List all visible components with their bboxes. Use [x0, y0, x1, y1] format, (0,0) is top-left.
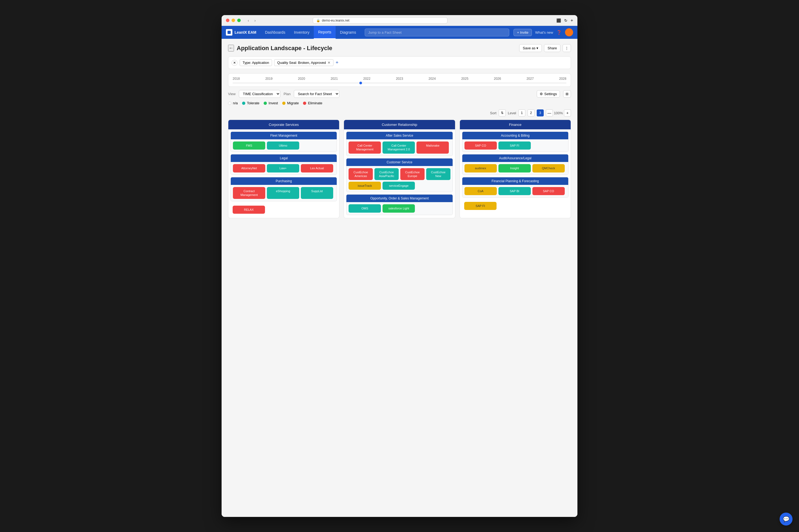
column-corporate-services: Corporate Services Fleet Management FMS … — [228, 120, 339, 218]
eliminate-label: Eliminate — [308, 101, 322, 105]
legend: n/a Tolerate Invest Migrate Eliminate — [228, 101, 571, 105]
chevron-down-icon: ▾ — [536, 46, 538, 50]
nav-inventory[interactable]: Inventory — [289, 26, 314, 39]
column-header-customer-relationship: Customer Relationship — [344, 120, 455, 129]
quality-seal-filter-tag[interactable]: Quality Seal: Broken, Approved ✕ — [274, 59, 334, 66]
save-as-button[interactable]: Save as ▾ — [519, 44, 542, 52]
sort-controls: Sort ⇅ Level 1 2 3 — 100% + — [228, 109, 571, 116]
app-qmcheck[interactable]: QMCheck — [532, 164, 565, 172]
app-coa[interactable]: CoA — [464, 187, 497, 195]
app-sap-fi-standalone[interactable]: SAP FI — [464, 202, 497, 210]
group-legal: Legal AttorneyNet Law+ Lex Actual — [230, 154, 337, 175]
more-options-button[interactable]: ⋮ — [563, 44, 571, 52]
minimize-window-button[interactable] — [232, 19, 235, 22]
group-header-after-sales-service: After Sales Service — [346, 132, 452, 139]
type-filter-tag[interactable]: Type: Application — [240, 59, 272, 66]
app-eshopping[interactable]: eShopping — [267, 187, 299, 199]
app-ultimo[interactable]: Ultimo — [267, 141, 299, 150]
back-button[interactable]: ← — [228, 45, 234, 52]
timeline-years: 2018 2019 2020 2021 2022 2023 2024 2025 … — [233, 77, 566, 81]
app-audimex[interactable]: audimex — [464, 164, 497, 172]
app-issuetrack[interactable]: issueTrack — [348, 182, 381, 190]
maximize-window-button[interactable] — [237, 19, 241, 22]
zoom-level: 100% — [554, 111, 563, 115]
url-display: demo-eu.leanix.net — [322, 19, 349, 22]
group-header-accounting-billing: Accounting & Billing — [462, 132, 568, 139]
app-sap-fi-accounting[interactable]: SAP FI — [498, 141, 531, 150]
app-custechoe-new[interactable]: CustEchoe New — [426, 168, 451, 180]
share-icon[interactable]: ⬛ — [556, 18, 561, 23]
app-lawplus[interactable]: Law+ — [267, 164, 299, 172]
content-area: ← Application Landscape - Lifecycle Save… — [222, 39, 577, 517]
app-salesforce-light[interactable]: salesforce Light — [382, 204, 415, 212]
add-tab-icon[interactable]: + — [571, 18, 573, 23]
group-header-legal: Legal — [231, 154, 337, 162]
app-insight[interactable]: Insight — [498, 164, 531, 172]
app-custechoe-americas[interactable]: CustEchoe Americas — [348, 168, 373, 180]
invite-button[interactable]: + Invite — [514, 29, 532, 36]
settings-button[interactable]: ⚙ Settings — [537, 90, 560, 98]
forward-button[interactable]: › — [253, 18, 258, 23]
remove-quality-seal-icon[interactable]: ✕ — [327, 61, 330, 65]
page-header: ← Application Landscape - Lifecycle Save… — [228, 44, 571, 52]
level-2-button[interactable]: 2 — [528, 109, 535, 116]
grid-view-button[interactable]: ⊞ — [563, 90, 571, 98]
nav-diagrams[interactable]: Diagrams — [336, 26, 360, 39]
help-icon[interactable]: ❓ — [556, 30, 562, 35]
plan-select[interactable]: Search for Fact Sheet — [294, 90, 339, 98]
add-filter-button[interactable]: + — [336, 60, 339, 65]
app-relax[interactable]: RELAX — [233, 206, 265, 214]
level-1-button[interactable]: 1 — [518, 109, 526, 116]
main-grid: Corporate Services Fleet Management FMS … — [228, 120, 571, 218]
app-fms[interactable]: FMS — [233, 141, 265, 150]
nav-reports[interactable]: Reports — [314, 26, 336, 39]
whats-new-link[interactable]: What's new — [535, 31, 553, 35]
back-button[interactable]: ‹ — [246, 18, 251, 23]
app-call-center-mgmt[interactable]: Call Center Management — [348, 141, 381, 154]
app-custechoe-asia[interactable]: CustEchoe Asia/Pacific — [375, 168, 399, 180]
address-bar[interactable]: 🔒 demo-eu.leanix.net — [313, 17, 448, 24]
group-header-opportunity-order-sales: Opportunity, Order & Sales Management — [346, 195, 452, 202]
app-oms[interactable]: OMS — [348, 204, 381, 212]
app-sap-co-finance[interactable]: SAP CO — [532, 187, 565, 195]
refresh-icon[interactable]: ↻ — [564, 18, 567, 23]
close-window-button[interactable] — [226, 19, 229, 22]
svg-rect-0 — [228, 31, 231, 34]
group-customer-service: Customer Service CustEchoe Americas Cust… — [346, 158, 453, 192]
group-body-customer-service: CustEchoe Americas CustEchoe Asia/Pacifi… — [346, 166, 452, 192]
level-3-button[interactable]: 3 — [537, 109, 544, 116]
year-2021: 2021 — [330, 77, 338, 81]
app-serviceengage[interactable]: serviceEngage — [382, 182, 415, 190]
app-sap-co-accounting[interactable]: SAP CO — [464, 141, 497, 150]
migrate-label: Migrate — [287, 101, 299, 105]
global-search-input[interactable] — [365, 28, 509, 36]
navbar: LeanIX EAM Dashboards Inventory Reports … — [222, 26, 577, 39]
plan-label: Plan — [284, 92, 291, 96]
zoom-out-button[interactable]: — — [546, 109, 553, 116]
app-attorneynet[interactable]: AttorneyNet — [233, 164, 265, 172]
app-contract-management[interactable]: Contract Management — [233, 187, 265, 199]
year-2018: 2018 — [233, 77, 240, 81]
legend-migrate: Migrate — [282, 101, 299, 105]
share-button[interactable]: Share — [544, 44, 560, 52]
group-accounting-billing: Accounting & Billing SAP CO SAP FI — [462, 132, 569, 152]
app-supplist[interactable]: SuppList — [301, 187, 333, 199]
standalone-finance: SAP FI — [462, 200, 569, 212]
column-customer-relationship: Customer Relationship After Sales Servic… — [344, 120, 455, 218]
nav-dashboards[interactable]: Dashboards — [261, 26, 290, 39]
group-audit-assurance-legal: Audit/Assurance/Legal audimex Insight QM… — [462, 154, 569, 175]
view-select[interactable]: TIME Classification — [239, 90, 280, 98]
year-2020: 2020 — [298, 77, 305, 81]
sort-button[interactable]: ⇅ — [499, 109, 506, 116]
year-2022: 2022 — [363, 77, 370, 81]
app-call-center-mgmt-2[interactable]: Call Center Management 2.0 — [382, 141, 415, 154]
app-lex-actual[interactable]: Lex Actual — [301, 164, 333, 172]
app-mailsnake[interactable]: Mailsnake — [417, 141, 449, 154]
user-avatar[interactable] — [565, 28, 573, 36]
clear-filters-button[interactable]: ✕ — [232, 60, 237, 66]
zoom-in-button[interactable]: + — [564, 109, 571, 116]
app-custechoe-europe[interactable]: CustEchoe Europe — [400, 168, 424, 180]
tolerate-label: Tolerate — [247, 101, 259, 105]
app-sap-bi[interactable]: SAP BI — [498, 187, 531, 195]
year-2028: 2028 — [559, 77, 566, 81]
